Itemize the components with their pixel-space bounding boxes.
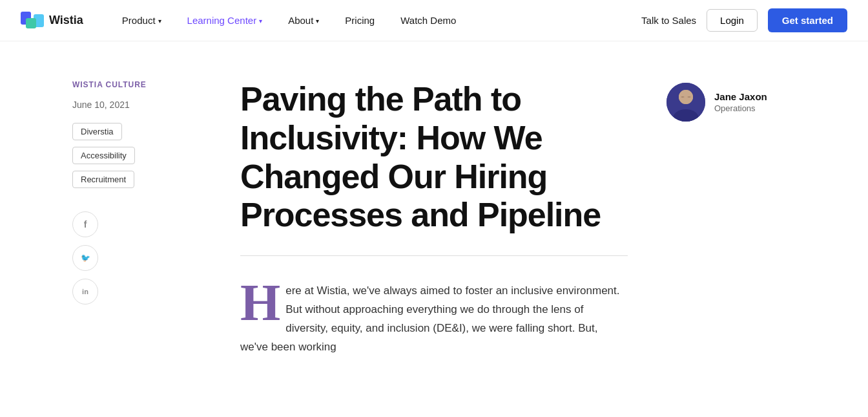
facebook-icon: f — [84, 219, 87, 230]
author-avatar — [666, 83, 705, 122]
author-info: Jane Jaxon Operations — [714, 91, 767, 113]
nav-about[interactable]: About ▾ — [275, 0, 332, 41]
product-chevron: ▾ — [158, 17, 161, 25]
nav-product[interactable]: Product ▾ — [109, 0, 174, 41]
tag-recruitment[interactable]: Recruitment — [72, 171, 134, 188]
author-name: Jane Jaxon — [714, 91, 767, 102]
article-body-text: ere at Wistia, we've always aimed to fos… — [240, 284, 619, 353]
category-label: Wistia Culture — [72, 80, 202, 89]
learning-center-chevron: ▾ — [259, 17, 262, 25]
author-card: Jane Jaxon Operations — [666, 83, 767, 122]
facebook-share-button[interactable]: f — [72, 211, 98, 237]
article-divider — [240, 255, 628, 256]
logo-link[interactable]: Wistia — [21, 12, 83, 30]
drop-cap: H — [240, 277, 280, 328]
social-share: f 🐦 in — [72, 211, 202, 305]
tag-accessibility[interactable]: Accessibility — [72, 147, 135, 164]
tags-list: Diverstia Accessibility Recruitment — [72, 123, 202, 188]
linkedin-share-button[interactable]: in — [72, 279, 98, 305]
nav-learning-center[interactable]: Learning Center ▾ — [174, 0, 276, 41]
about-chevron: ▾ — [316, 17, 319, 25]
article-title: Paving the Path to Inclusivity: How We C… — [240, 80, 628, 235]
get-started-button[interactable]: Get started — [768, 8, 847, 32]
tag-diverstia[interactable]: Diverstia — [72, 123, 122, 140]
article-main: Paving the Path to Inclusivity: How We C… — [240, 80, 628, 357]
author-role: Operations — [714, 103, 767, 113]
linkedin-icon: in — [82, 288, 88, 295]
post-date: June 10, 2021 — [72, 100, 202, 110]
twitter-share-button[interactable]: 🐦 — [72, 245, 98, 271]
nav-right: Talk to Sales Login Get started — [641, 8, 847, 32]
nav-links: Product ▾ Learning Center ▾ About ▾ Pric… — [109, 0, 641, 41]
article-body: Here at Wistia, we've always aimed to fo… — [240, 282, 628, 357]
navigation: Wistia Product ▾ Learning Center ▾ About… — [0, 0, 868, 41]
talk-to-sales-link[interactable]: Talk to Sales — [641, 15, 696, 26]
page-container: Wistia Culture June 10, 2021 Diverstia A… — [46, 41, 822, 357]
login-button[interactable]: Login — [707, 9, 758, 32]
nav-pricing[interactable]: Pricing — [332, 0, 388, 41]
twitter-icon: 🐦 — [81, 253, 90, 262]
nav-watch-demo[interactable]: Watch Demo — [388, 0, 469, 41]
author-section: Jane Jaxon Operations — [666, 80, 796, 357]
sidebar: Wistia Culture June 10, 2021 Diverstia A… — [72, 80, 202, 357]
logo-text: Wistia — [49, 14, 83, 27]
svg-rect-2 — [26, 18, 36, 28]
